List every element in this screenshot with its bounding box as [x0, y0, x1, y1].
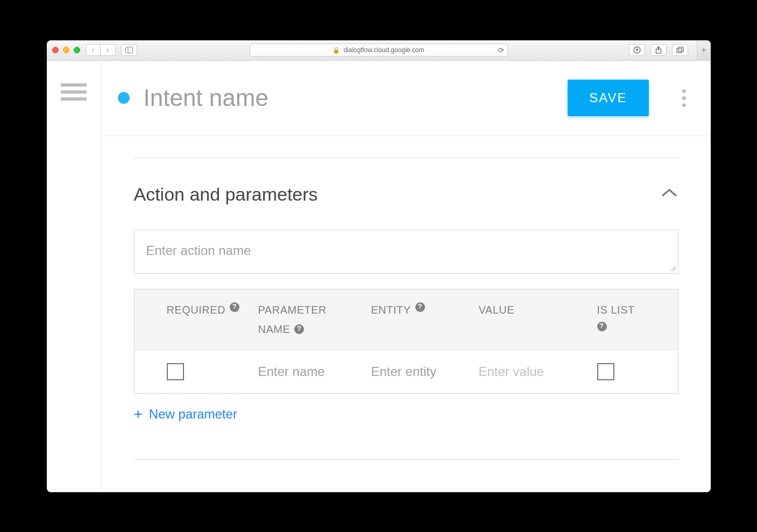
intent-name-input[interactable] [144, 84, 554, 111]
tabs-icon [676, 47, 684, 53]
help-icon[interactable]: ? [230, 302, 239, 312]
downloads-button[interactable] [629, 44, 645, 56]
col-required: REQUIRED ? [167, 302, 258, 317]
refresh-icon[interactable]: ⟳ [498, 46, 504, 54]
back-button[interactable]: ‹ [86, 44, 101, 56]
new-parameter-label: New parameter [149, 407, 237, 422]
section-title: Action and parameters [134, 184, 318, 205]
nav-buttons: ‹ › [86, 44, 116, 56]
sidebar-icon [125, 47, 133, 53]
section-header: Action and parameters [134, 184, 678, 205]
hamburger-icon [61, 83, 87, 87]
forward-button[interactable]: › [101, 44, 116, 56]
share-button[interactable] [650, 44, 667, 56]
tabs-button[interactable] [672, 44, 688, 56]
help-icon[interactable]: ? [294, 324, 304, 334]
window-controls [52, 47, 80, 53]
parameters-table: REQUIRED ? PARAMETER NAME ? ENTITY [134, 289, 678, 394]
col-value: VALUE [479, 302, 597, 317]
save-button[interactable]: SAVE [568, 80, 648, 116]
window-close-button[interactable] [52, 47, 59, 53]
intent-status-dot-icon [118, 92, 130, 104]
browser-window: ‹ › 🔒 dialogflow.cloud.google.com ⟳ [47, 40, 711, 492]
required-checkbox[interactable] [167, 363, 184, 380]
help-icon[interactable]: ? [597, 322, 607, 331]
help-icon[interactable]: ? [415, 302, 425, 312]
intent-header: SAVE [102, 61, 711, 136]
col-parameter-name: PARAMETER NAME ? [258, 302, 371, 337]
kebab-icon [682, 89, 686, 93]
collapse-section-button[interactable] [660, 188, 678, 201]
left-rail [47, 61, 102, 492]
new-tab-button[interactable]: + [697, 40, 711, 61]
param-name-input[interactable] [258, 364, 371, 379]
toolbar-right: + [629, 40, 705, 61]
browser-chrome: ‹ › 🔒 dialogflow.cloud.google.com ⟳ [47, 40, 711, 61]
col-is-list: IS LIST ? [597, 302, 678, 331]
window-minimize-button[interactable] [63, 47, 69, 53]
more-options-button[interactable] [679, 86, 689, 110]
param-entity-input[interactable] [371, 364, 479, 379]
chevron-up-icon [660, 188, 678, 198]
divider [134, 459, 678, 460]
url-text: dialogflow.cloud.google.com [343, 46, 424, 54]
window-maximize-button[interactable] [74, 47, 80, 53]
main-area: SAVE Action and parameters [102, 61, 711, 492]
plus-icon: + [134, 407, 143, 422]
menu-button[interactable] [61, 83, 87, 101]
col-entity: ENTITY ? [371, 302, 479, 317]
table-header: REQUIRED ? PARAMETER NAME ? ENTITY [135, 289, 678, 350]
divider [134, 158, 678, 158]
new-parameter-button[interactable]: + New parameter [134, 407, 678, 422]
share-icon [655, 46, 662, 54]
is-list-checkbox[interactable] [597, 363, 614, 380]
action-name-field[interactable] [134, 230, 678, 274]
lock-icon: 🔒 [332, 47, 340, 54]
resize-handle-icon[interactable] [670, 266, 676, 271]
download-icon [633, 46, 641, 54]
address-bar[interactable]: 🔒 dialogflow.cloud.google.com ⟳ [250, 44, 508, 56]
content-area: Action and parameters REQUIRED [102, 136, 711, 481]
param-value-input[interactable] [479, 364, 597, 379]
svg-rect-0 [125, 47, 132, 53]
sidebar-toggle-button[interactable] [121, 44, 137, 56]
app-root: SAVE Action and parameters [47, 61, 711, 492]
action-name-input[interactable] [146, 243, 666, 258]
table-row [135, 350, 678, 393]
svg-rect-5 [678, 47, 683, 52]
svg-rect-4 [677, 48, 682, 53]
